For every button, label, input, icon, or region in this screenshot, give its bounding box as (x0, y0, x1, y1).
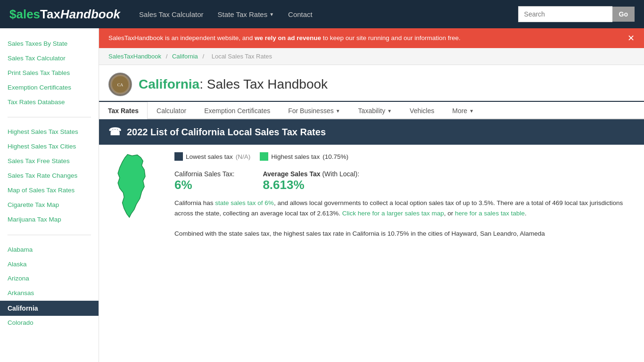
sidebar: Sales Taxes By State Sales Tax Calculato… (0, 28, 99, 362)
tab-vehicles[interactable]: Vehicles (401, 102, 443, 119)
state-seal-image: CA (110, 74, 131, 95)
section-header: ☎ 2022 List of California Local Sales Ta… (99, 119, 644, 145)
logo-sales: $ales (9, 7, 40, 21)
sidebar-item-cigarette-tax-map[interactable]: Cigarette Tax Map (0, 198, 99, 213)
tab-more[interactable]: More ▼ (443, 102, 483, 119)
sidebar-item-exemption-certificates[interactable]: Exemption Certificates (0, 81, 99, 95)
tab-taxability[interactable]: Taxability ▼ (349, 102, 401, 119)
sidebar-item-print-sales-tax-tables[interactable]: Print Sales Tax Tables (0, 66, 99, 81)
legend-highest-label: Highest sales tax (271, 153, 320, 160)
breadcrumb-sep-2: / (202, 53, 206, 60)
state-tax-rate-block: California Sales Tax: 6% (174, 170, 234, 192)
for-businesses-dropdown-icon: ▼ (336, 108, 340, 114)
logo-tax: Tax (40, 7, 60, 21)
ad-banner: SalesTaxHandbook is an independent websi… (99, 28, 644, 48)
breadcrumb-sep-1: / (166, 53, 169, 60)
sidebar-divider-2 (8, 235, 91, 235)
nav-calculator[interactable]: Sales Tax Calculator (139, 10, 203, 18)
sales-tax-table-link[interactable]: here for a sales tax table (455, 210, 525, 217)
california-map-svg (108, 152, 156, 218)
svg-text:CA: CA (117, 82, 124, 87)
breadcrumb-current: Local Sales Tax Rates (212, 53, 272, 60)
legend-lowest: Lowest sales tax (N/A) (174, 152, 250, 161)
sidebar-item-map-of-sales-tax-rates[interactable]: Map of Sales Tax Rates (0, 183, 99, 198)
tab-calculator[interactable]: Calculator (148, 102, 195, 119)
breadcrumb-state[interactable]: California (172, 53, 198, 60)
legend-lowest-color (174, 152, 183, 161)
tab-tax-rates[interactable]: Tax Rates (99, 102, 148, 119)
taxability-dropdown-icon: ▼ (387, 108, 392, 114)
sidebar-top-section: Sales Taxes By State Sales Tax Calculato… (0, 33, 99, 113)
sidebar-item-highest-sales-tax-states[interactable]: Highest Sales Tax States (0, 125, 99, 140)
header: $alesTaxHandbook Sales Tax Calculator St… (0, 0, 644, 28)
sidebar-item-sales-tax-rate-changes[interactable]: Sales Tax Rate Changes (0, 169, 99, 183)
tax-info-area: Lowest sales tax (N/A) Highest sales tax… (108, 145, 635, 246)
average-tax-rate-block: Average Sales Tax (With Local): 8.613% (263, 170, 359, 192)
state-tax-value: 6% (174, 178, 192, 192)
average-tax-value: 8.613% (263, 178, 304, 192)
page-title: California: Sales Tax Handbook (139, 77, 328, 92)
search-area: Go (518, 6, 635, 22)
search-input[interactable] (518, 6, 612, 22)
tab-for-businesses[interactable]: For Businesses ▼ (279, 102, 349, 119)
sidebar-states-section: Alabama Alaska Arizona Arkansas Californ… (0, 239, 99, 334)
state-tax-rates-dropdown-icon: ▼ (269, 12, 274, 17)
svg-marker-3 (118, 155, 145, 217)
content-tabs: Tax Rates Calculator Exemption Certifica… (99, 102, 644, 119)
legend-highest-color (260, 152, 268, 161)
main-content: SalesTaxHandbook is an independent websi… (99, 28, 644, 362)
sidebar-item-tax-rates-database[interactable]: Tax Rates Database (0, 95, 99, 110)
state-name-highlight: California (139, 77, 199, 91)
sidebar-item-sales-taxes-by-state[interactable]: Sales Taxes By State (0, 37, 99, 51)
legend-and-stats: Lowest sales tax (N/A) Highest sales tax… (174, 152, 635, 239)
state-seal: CA (108, 73, 132, 96)
legend-lowest-label: Lowest sales tax (186, 153, 233, 160)
tax-rates-row: California Sales Tax: 6% Average Sales T… (174, 170, 635, 192)
average-tax-label: Average Sales Tax (With Local): (263, 170, 359, 178)
sidebar-item-sales-tax-free-states[interactable]: Sales Tax Free States (0, 154, 99, 169)
page-subtitle: : Sales Tax Handbook (199, 77, 328, 91)
sidebar-item-sales-tax-calculator[interactable]: Sales Tax Calculator (0, 51, 99, 66)
sidebar-middle-section: Highest Sales Tax States Highest Sales T… (0, 121, 99, 230)
sidebar-item-alaska[interactable]: Alaska (0, 257, 99, 272)
sidebar-item-marijuana-tax-map[interactable]: Marijuana Tax Map (0, 213, 99, 227)
tax-description: California has state sales tax of 6%, an… (174, 198, 635, 239)
nav-state-tax-rates[interactable]: State Tax Rates ▼ (218, 10, 274, 18)
content-area: ☎ 2022 List of California Local Sales Ta… (99, 119, 644, 255)
page-heading: CA California: Sales Tax Handbook (99, 65, 644, 102)
search-button[interactable]: Go (612, 7, 635, 22)
legend-lowest-value: (N/A) (236, 153, 251, 160)
sidebar-item-california-active[interactable]: California (0, 301, 99, 316)
more-dropdown-icon: ▼ (469, 108, 474, 114)
section-header-icon: ☎ (108, 126, 121, 138)
california-map[interactable] (108, 152, 165, 239)
header-nav: Sales Tax Calculator State Tax Rates ▼ C… (139, 10, 518, 18)
nav-contact[interactable]: Contact (288, 10, 313, 18)
tab-exemption-certificates[interactable]: Exemption Certificates (195, 102, 279, 119)
legend-highest: Highest sales tax (10.75%) (260, 152, 348, 161)
sidebar-item-alabama[interactable]: Alabama (0, 243, 99, 257)
state-sales-tax-link[interactable]: state sales tax of 6% (215, 199, 274, 206)
larger-map-link[interactable]: Click here for a larger sales tax map (342, 210, 444, 217)
sidebar-item-highest-sales-tax-cities[interactable]: Highest Sales Tax Cities (0, 140, 99, 154)
logo-handbook: Handbook (60, 7, 120, 21)
breadcrumb: SalesTaxHandbook / California / Local Sa… (99, 48, 644, 65)
breadcrumb-home[interactable]: SalesTaxHandbook (108, 53, 161, 60)
sidebar-item-arkansas[interactable]: Arkansas (0, 286, 99, 301)
banner-text: SalesTaxHandbook is an independent websi… (108, 33, 461, 43)
state-tax-label: California Sales Tax: (174, 170, 234, 178)
banner-close-button[interactable]: ✕ (627, 33, 635, 43)
site-logo[interactable]: $alesTaxHandbook (9, 7, 120, 22)
sidebar-item-arizona[interactable]: Arizona (0, 272, 99, 286)
sidebar-divider-1 (8, 117, 91, 117)
layout: Sales Taxes By State Sales Tax Calculato… (0, 28, 644, 362)
map-legend: Lowest sales tax (N/A) Highest sales tax… (174, 152, 635, 161)
section-header-title: 2022 List of California Local Sales Tax … (127, 127, 326, 138)
legend-highest-value: (10.75%) (322, 153, 348, 160)
sidebar-item-colorado[interactable]: Colorado (0, 316, 99, 330)
